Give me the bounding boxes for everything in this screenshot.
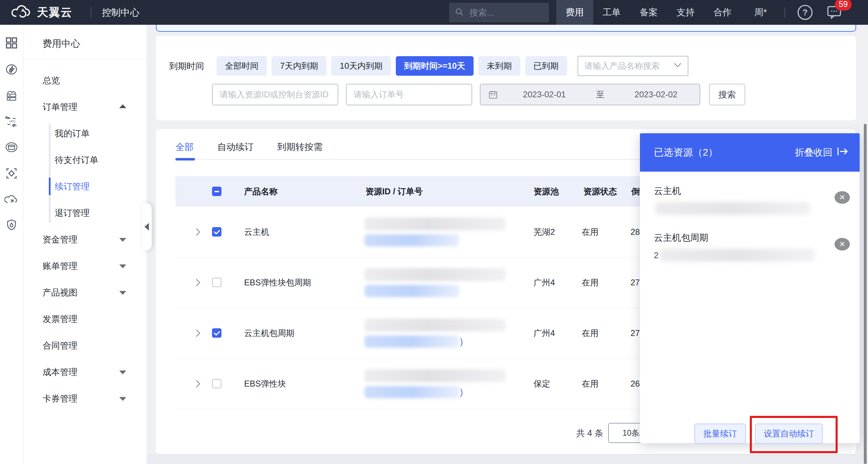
cell-resource-id-redacted[interactable]: ) <box>364 369 506 398</box>
row-checkbox[interactable] <box>212 328 221 338</box>
redacted-resource-id <box>364 369 506 382</box>
date-range-picker[interactable]: 2023-02-01 至 2023-02-02 <box>480 84 700 105</box>
cell-product: 云主机包周期 <box>244 308 294 358</box>
filter-option-expired[interactable]: 已到期 <box>525 56 567 76</box>
remove-resource-icon[interactable]: ✕ <box>835 191 850 204</box>
cloud-transfer-icon[interactable] <box>5 194 18 205</box>
sidebar-divider <box>23 59 146 59</box>
date-from-value[interactable]: 2023-02-01 <box>501 90 588 99</box>
sidebar: 费用中心 总览 订单管理 我的订单 待支付订单 续订管理 退订管理 资金管理 账… <box>23 25 146 464</box>
top-navbar: 天翼云 控制中心 费用 工单 备案 支持 合作 周* ? <box>0 0 868 25</box>
sidebar-item-order-management[interactable]: 订单管理 <box>23 93 146 120</box>
cell-resource-id-redacted[interactable] <box>364 268 506 297</box>
collapse-right-arrow-icon <box>837 147 849 159</box>
cell-product: 云主机 <box>244 207 269 257</box>
sidebar-item-pending-orders[interactable]: 待支付订单 <box>23 147 146 173</box>
tab-expire-to-on-demand[interactable]: 到期转按需 <box>277 141 323 153</box>
cell-resource-id-redacted[interactable] <box>364 217 506 246</box>
sidebar-item-cost-management[interactable]: 成本管理 <box>23 359 146 385</box>
collapse-panel-button[interactable]: 折叠收回 <box>795 146 849 159</box>
console-window-icon[interactable] <box>5 141 18 153</box>
cell-status: 在用 <box>582 308 598 358</box>
brand-logo[interactable]: 天翼云 <box>11 0 73 25</box>
set-auto-renew-button[interactable]: 设置自动续订 <box>755 424 823 444</box>
sidebar-collapse-handle[interactable] <box>142 203 152 250</box>
sidebar-item-coupon-management[interactable]: 卡券管理 <box>23 385 146 412</box>
search-icon <box>455 7 464 18</box>
help-icon[interactable]: ? <box>798 5 813 20</box>
remove-resource-icon[interactable]: ✕ <box>835 238 850 250</box>
sidebar-item-overview[interactable]: 总览 <box>23 67 146 93</box>
sidebar-order-submenu: 我的订单 待支付订单 续订管理 退订管理 <box>23 120 146 226</box>
filter-option-gte-10days[interactable]: 到期时间>=10天 <box>396 56 474 76</box>
selected-resource-name: 云主机 <box>654 185 851 197</box>
date-to-value[interactable]: 2023-02-02 <box>612 90 700 99</box>
security-shield-icon[interactable] <box>6 219 17 231</box>
search-filter-row: 2023-02-01 至 2023-02-02 搜索 <box>212 84 745 105</box>
filter-option-10days[interactable]: 10天内到期 <box>331 56 391 76</box>
tab-auto-renew[interactable]: 自动续订 <box>217 141 254 153</box>
vertical-scrollbar[interactable] <box>864 124 867 464</box>
topbar-divider <box>784 7 785 18</box>
redacted-resource-id <box>364 217 506 230</box>
sidebar-item-contract-management[interactable]: 合同管理 <box>23 332 146 359</box>
row-checkbox[interactable] <box>212 278 221 287</box>
apps-grid-icon[interactable] <box>5 37 18 49</box>
batch-renew-button[interactable]: 批量续订 <box>694 424 746 444</box>
sidebar-item-label: 成本管理 <box>43 367 77 377</box>
cloud-server-icon[interactable] <box>5 90 18 102</box>
messages-button[interactable]: 59 <box>827 5 842 21</box>
topbar-item-support[interactable]: 支持 <box>667 0 704 25</box>
select-all-checkbox[interactable] <box>212 187 221 196</box>
cell-resource-id-redacted[interactable]: ) <box>364 319 506 347</box>
filter-option-not-expired[interactable]: 未到期 <box>478 56 520 76</box>
selected-resources-panel: 已选资源（2） 折叠收回 云主机 ✕ 云主机包周期 2 ✕ 批量续订 设置自动续… <box>640 133 860 443</box>
sidebar-item-funds-management[interactable]: 资金管理 <box>23 226 146 253</box>
cell-pool: 保定 <box>534 358 550 409</box>
cell-pool: 广州4 <box>534 308 555 358</box>
row-checkbox[interactable] <box>212 227 221 237</box>
resource-id-input[interactable] <box>212 84 338 105</box>
page-bottom-strip <box>146 454 868 464</box>
tab-all[interactable]: 全部 <box>175 141 194 153</box>
vpc-network-icon[interactable]: VPC <box>5 115 18 127</box>
sidebar-item-label: 产品视图 <box>43 287 77 297</box>
global-search[interactable] <box>449 3 549 22</box>
expand-row-icon[interactable] <box>195 227 201 237</box>
topbar-item-ticket[interactable]: 工单 <box>593 0 630 25</box>
order-number-input[interactable] <box>346 84 472 105</box>
sidebar-item-renewal-management[interactable]: 续订管理 <box>23 173 146 200</box>
search-button[interactable]: 搜索 <box>709 84 745 105</box>
sidebar-item-label: 账单管理 <box>43 261 77 271</box>
console-center-label[interactable]: 控制中心 <box>102 0 139 25</box>
calendar-icon <box>488 90 498 99</box>
filter-option-all-time[interactable]: 全部时间 <box>217 56 267 76</box>
sidebar-item-my-orders[interactable]: 我的订单 <box>23 120 146 147</box>
svg-text:VPC: VPC <box>9 120 16 123</box>
user-menu[interactable]: 周* <box>741 0 780 25</box>
expand-row-icon[interactable] <box>195 278 201 287</box>
scan-frame-icon[interactable] <box>5 167 18 180</box>
collapse-left-icon <box>144 223 149 231</box>
expand-row-icon[interactable] <box>195 379 201 388</box>
sidebar-item-invoice-management[interactable]: 发票管理 <box>23 306 146 332</box>
sidebar-item-unsubscribe-management[interactable]: 退订管理 <box>23 200 146 226</box>
topbar-item-fee[interactable]: 费用 <box>556 0 593 25</box>
redacted-order-link <box>364 386 459 398</box>
dashboard-gauge-icon[interactable] <box>5 63 18 76</box>
sidebar-item-product-view[interactable]: 产品视图 <box>23 279 146 306</box>
sidebar-item-billing-management[interactable]: 账单管理 <box>23 253 146 279</box>
topbar-item-coop[interactable]: 合作 <box>704 0 741 25</box>
chevron-down-icon <box>119 264 126 268</box>
expand-row-icon[interactable] <box>195 329 201 338</box>
topbar-item-record[interactable]: 备案 <box>630 0 667 25</box>
service-icon-rail: VPC <box>0 25 23 464</box>
notice-banner-partial <box>156 25 856 32</box>
column-header-pool: 资源池 <box>534 176 559 207</box>
order-link-suffix: ) <box>460 336 463 346</box>
cell-status: 在用 <box>582 207 598 257</box>
active-tab-underline <box>175 158 195 160</box>
product-name-select[interactable]: 请输入产品名称搜索 <box>578 56 688 76</box>
row-checkbox[interactable] <box>212 379 221 388</box>
filter-option-7days[interactable]: 7天内到期 <box>272 56 326 76</box>
